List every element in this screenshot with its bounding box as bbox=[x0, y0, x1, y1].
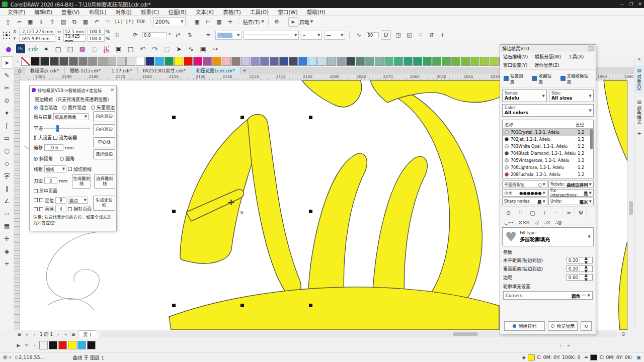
panel-menu2-0[interactable]: 窗口设置(Y) bbox=[503, 62, 528, 68]
selection-handle-4[interactable] bbox=[309, 210, 312, 213]
edge-mode-option-1[interactable]: 图片巡边 bbox=[62, 104, 86, 111]
cross-pattern-icon[interactable]: ✕✕✕ bbox=[518, 220, 529, 225]
corner-type-option-1[interactable]: 圆角 bbox=[60, 155, 74, 162]
open-icon[interactable]: ▱ bbox=[14, 17, 24, 27]
document-tab-3[interactable]: PA251301实寸.cdr* bbox=[138, 67, 191, 74]
show-guidelines-icon[interactable]: ✛ bbox=[225, 17, 235, 27]
page-nav-right-2[interactable]: ⊞ bbox=[70, 332, 76, 337]
palette-swatch-39[interactable] bbox=[394, 57, 403, 66]
rectangle-tool[interactable]: ▭ bbox=[1, 132, 13, 144]
line-style-combo[interactable]: ▼ bbox=[244, 31, 299, 40]
param-spinner-0[interactable]: ▲▼ bbox=[580, 256, 593, 264]
cursor-icon[interactable]: ➤ bbox=[175, 44, 184, 53]
palette-swatch-1[interactable] bbox=[31, 57, 40, 66]
panel-combo-3[interactable]: Fix intersections:是▼ bbox=[548, 189, 594, 197]
page-tab[interactable]: 页 1 bbox=[78, 330, 99, 338]
menu-item-9[interactable]: 工具(O) bbox=[246, 8, 273, 16]
palette-swatch-29[interactable] bbox=[298, 57, 307, 66]
dock-tab-1[interactable]: ▧颜色样式 bbox=[635, 97, 643, 127]
edge-mode-radio-1[interactable] bbox=[62, 106, 66, 110]
palette-swatch-7[interactable] bbox=[88, 57, 97, 66]
lock-icon[interactable]: ▣ bbox=[114, 44, 123, 53]
panel-combo-5[interactable]: Units:毫米▼ bbox=[548, 198, 594, 205]
palette-swatch-21[interactable] bbox=[222, 57, 231, 66]
menu-item-0[interactable]: 文件(F) bbox=[3, 8, 30, 16]
rotation-angle-field[interactable]: 0.0 bbox=[142, 32, 167, 38]
selection-handle-3[interactable] bbox=[172, 210, 176, 213]
corner-type-radio-0[interactable] bbox=[34, 157, 38, 161]
palette-swatch-16[interactable] bbox=[174, 57, 183, 66]
coreldraw-icon[interactable]: cdr bbox=[28, 44, 39, 53]
palette-swatch-48[interactable] bbox=[480, 57, 489, 66]
marquee-icon[interactable]: ▢ bbox=[527, 208, 538, 217]
menu-item-3[interactable]: 布局(L) bbox=[84, 8, 111, 16]
fullscreen-preview-icon[interactable]: ▣ bbox=[192, 17, 202, 27]
status-right-icon[interactable]: ▣ bbox=[636, 354, 641, 360]
palette-swatch-9[interactable] bbox=[107, 57, 116, 66]
generate-mark-button[interactable]: 生成定位标 bbox=[93, 196, 115, 211]
palette-swatch-8[interactable] bbox=[98, 57, 107, 66]
menu-item-4[interactable]: 对象(J) bbox=[111, 8, 136, 16]
lock2-icon[interactable]: ▣ bbox=[199, 44, 208, 53]
palette-swatch-24[interactable] bbox=[251, 57, 260, 66]
palette-swatch-43[interactable] bbox=[432, 57, 441, 66]
palette-swatch-46[interactable] bbox=[461, 57, 470, 66]
diamond-row-2[interactable]: 703White Opal, 1.2-1, Adelu1.2 bbox=[503, 143, 593, 150]
y-position-field[interactable]: -695.939 mm bbox=[19, 36, 55, 42]
panel-icon[interactable]: ▤ bbox=[66, 44, 75, 53]
unlock-icon[interactable]: ▢ bbox=[126, 44, 135, 53]
document-tab-0[interactable]: 教程演示.cdr* bbox=[25, 67, 65, 74]
diamond-row-5[interactable]: 706Lightrose, 1.2-1, Adelu1.2 bbox=[503, 164, 593, 171]
menu-item-8[interactable]: 表格(T) bbox=[218, 8, 246, 16]
selection-handle-6[interactable] bbox=[240, 304, 244, 307]
palette-swatch-19[interactable] bbox=[203, 57, 212, 66]
split-icon[interactable]: 拆 bbox=[102, 44, 111, 53]
selection-handle-2[interactable] bbox=[309, 116, 312, 119]
palette-swatch-36[interactable] bbox=[365, 57, 374, 66]
dots-fill-icon[interactable]: ∴◍ bbox=[555, 220, 561, 225]
corners-select[interactable]: Corners: 圆角◠▼ bbox=[503, 291, 593, 300]
mirror-horizontal-icon[interactable]: ⇄ bbox=[173, 30, 183, 40]
diamond-row-1[interactable]: 702Jet, 1.2-1, Adelu1.2 bbox=[503, 136, 593, 143]
container-checkbox[interactable] bbox=[53, 136, 57, 140]
propbar-extra-icon-3[interactable]: ⇵ bbox=[426, 30, 436, 40]
arrow-start-combo[interactable]: –▼ bbox=[301, 31, 322, 40]
snap-to-icon[interactable]: 贴齐(T)▼ bbox=[242, 17, 265, 27]
status-gear-caret[interactable]: ▾ bbox=[10, 355, 12, 359]
pos-bottom-right-checkbox[interactable] bbox=[39, 207, 43, 211]
object-height-field[interactable]: 73.425 mm bbox=[63, 36, 86, 42]
panel-combo-1[interactable]: Rotate:曲线边排列▼ bbox=[548, 180, 594, 188]
selection-handle-1[interactable] bbox=[240, 116, 244, 119]
list-scrollbar-thumb[interactable] bbox=[590, 129, 593, 149]
palette-swatch-14[interactable] bbox=[155, 57, 164, 66]
mirror-vertical-icon[interactable]: ⇅ bbox=[185, 30, 195, 40]
palette-swatch-32[interactable] bbox=[327, 57, 336, 66]
document-tab-4[interactable]: 和压花图1cdr.cdr* bbox=[191, 67, 240, 74]
edge-mode-radio-2[interactable] bbox=[91, 106, 95, 110]
brush-icon[interactable]: ✎ bbox=[23, 341, 30, 350]
generate-engrave-button[interactable]: 生成雕刻线 bbox=[72, 174, 91, 189]
launch-icon[interactable]: ▶ bbox=[288, 17, 298, 27]
shadow-tool[interactable]: ▱ bbox=[1, 207, 13, 220]
redo-icon[interactable]: ↷ bbox=[103, 17, 113, 27]
palette-swatch-2[interactable] bbox=[40, 57, 49, 66]
doc-swatch-5[interactable] bbox=[87, 341, 96, 349]
column-name[interactable]: 名称 bbox=[505, 121, 513, 127]
d-shape-icon[interactable]: D bbox=[381, 30, 391, 40]
ring-icon[interactable]: ◌ bbox=[163, 44, 172, 53]
palette-swatch-47[interactable] bbox=[470, 57, 479, 66]
panel-combo-4[interactable]: Sharp nodes:是▼ bbox=[502, 198, 547, 205]
cut-line-checkbox[interactable] bbox=[68, 167, 72, 171]
dot-circle-icon[interactable]: ◌ bbox=[90, 44, 99, 53]
palette-swatch-27[interactable] bbox=[279, 57, 288, 66]
pos-top-right-checkbox[interactable] bbox=[39, 198, 43, 202]
page-nav-right-0[interactable]: › bbox=[55, 332, 61, 337]
doc-swatch-2[interactable] bbox=[58, 341, 67, 349]
connector-tool[interactable]: ∠ bbox=[1, 195, 13, 207]
vertical-ruler[interactable] bbox=[14, 74, 20, 330]
position-count-input[interactable]: 9 bbox=[55, 197, 66, 204]
menu-item-7[interactable]: 文本(X) bbox=[191, 8, 218, 16]
eyedropper-tool[interactable]: ✛ bbox=[1, 232, 13, 245]
plugin-drop-icon[interactable]: ● bbox=[4, 44, 13, 53]
status-gear-icon[interactable]: ⚙ bbox=[3, 354, 8, 360]
